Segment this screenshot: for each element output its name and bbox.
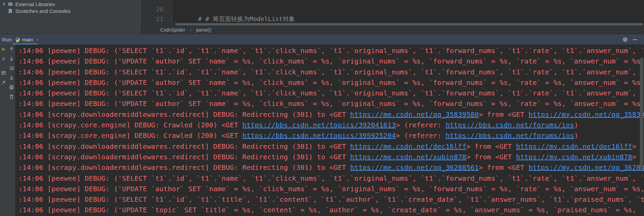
- console-line: :14:06 [scrapy.downloadermiddlewares.red…: [18, 152, 644, 162]
- console-line: :14:06 [peewee] DEBUG: ('UPDATE `author`…: [18, 56, 644, 67]
- run-label: Run:: [2, 34, 13, 45]
- scroll-to-end-button[interactable]: [9, 75, 14, 80]
- settings-gear-button[interactable]: [622, 37, 628, 42]
- console-line: :14:06 [scrapy.core.engine] DEBUG: Crawl…: [18, 130, 644, 141]
- breadcrumb: CsdnSpider › parse(): [141, 26, 644, 34]
- console-line: :14:06 [scrapy.core.engine] DEBUG: Crawl…: [18, 120, 644, 130]
- close-icon[interactable]: ×: [36, 37, 39, 42]
- console-link[interactable]: https://my.csdn.net/dec16lff: [516, 142, 632, 150]
- breadcrumb-method[interactable]: parse(): [196, 27, 211, 33]
- breadcrumb-file[interactable]: CsdnSpider: [160, 27, 185, 33]
- console-link[interactable]: https://me.csdn.net/xubin878: [350, 153, 466, 161]
- code-editor[interactable]: 20 # # 将页面转换为ModelList对象 21 # sel = Sele…: [141, 0, 644, 26]
- console-link[interactable]: https://my.csdn.net/qq_36288561: [529, 163, 644, 172]
- console-line: :14:06 [peewee] DEBUG: ('SELECT `t1`.`id…: [18, 67, 644, 77]
- console-link[interactable]: https://my.csdn.net/xubin878: [516, 153, 632, 161]
- run-console-output[interactable]: :14:06 [peewee] DEBUG: ('SELECT `t1`.`id…: [16, 44, 644, 216]
- console-line: :14:06 [scrapy.downloadermiddlewares.red…: [18, 162, 644, 173]
- tree-item-label: Scratches and Consoles: [15, 8, 71, 14]
- console-link[interactable]: https://me.csdn.net/qq_35839580: [350, 110, 479, 119]
- clear-console-trash-button[interactable]: [9, 94, 14, 100]
- breadcrumb-separator-icon: ›: [190, 27, 192, 33]
- console-link[interactable]: https://me.csdn.net/dec16lff: [350, 142, 466, 150]
- console-line: :14:06 [peewee] DEBUG: ('SELECT `t1`.`id…: [18, 194, 644, 205]
- run-toolbar: [0, 44, 15, 216]
- tree-item-label: External Libraries: [15, 1, 55, 7]
- hide-tool-window-button[interactable]: [633, 39, 637, 40]
- print-button[interactable]: [9, 85, 14, 90]
- rerun-play-button[interactable]: [1, 47, 6, 52]
- console-link[interactable]: https://me.csdn.net/qq_36288561: [350, 163, 479, 172]
- console-line: :14:06 [peewee] DEBUG: ('UPDATE `author`…: [18, 184, 644, 194]
- project-panel: External Libraries Scratches and Console…: [0, 0, 141, 34]
- console-line: :14:06 [scrapy.downloadermiddlewares.red…: [18, 109, 644, 120]
- console-line: :14:06 [peewee] DEBUG: ('SELECT `t1`.`id…: [18, 173, 644, 184]
- tree-item-external-libraries[interactable]: External Libraries: [3, 1, 55, 7]
- soft-wrap-button[interactable]: [9, 66, 14, 71]
- toolbar-separator: [1, 66, 6, 66]
- console-line: :14:06 [peewee] DEBUG: ('UPDATE `topic` …: [18, 205, 644, 215]
- restore-layout-button[interactable]: [1, 70, 6, 75]
- run-tool-window-header: Run: main ×: [0, 34, 644, 44]
- console-line: :14:06 [peewee] DEBUG: ('SELECT `t1`.`id…: [18, 88, 644, 98]
- console-link[interactable]: https://bbs.csdn.net/topics/392041613: [242, 121, 396, 129]
- chevron-right-icon[interactable]: [3, 2, 5, 6]
- external-libraries-icon: [7, 1, 13, 7]
- pin-button[interactable]: [1, 79, 6, 85]
- console-link[interactable]: https://bbs.csdn.net/topics/395925204: [242, 131, 396, 140]
- console-line: :14:06 [peewee] DEBUG: ('UPDATE `author`…: [18, 98, 644, 109]
- run-tab-title: main: [22, 37, 33, 42]
- console-line: :14:06 [peewee] DEBUG: ('UPDATE `author`…: [18, 77, 644, 88]
- scratches-icon: [7, 8, 13, 14]
- tree-item-scratches[interactable]: Scratches and Consoles: [7, 7, 71, 14]
- stop-button[interactable]: [1, 56, 6, 61]
- console-link[interactable]: https://my.csdn.net/qq_35839580: [529, 110, 644, 119]
- console-vertical-scrollbar[interactable]: [640, 58, 643, 170]
- editor-horizontal-scrollbar[interactable]: [175, 23, 643, 25]
- console-link[interactable]: https://bbs.csdn.net/forums/ios: [446, 121, 574, 129]
- python-icon: [15, 37, 20, 42]
- down-stack-trace-button[interactable]: [9, 56, 14, 61]
- console-line: :14:06 [peewee] DEBUG: ('SELECT `t1`.`id…: [18, 46, 644, 56]
- console-link[interactable]: https://bbs.csdn.net/forums/ios: [446, 131, 574, 140]
- console-line: :14:06 [scrapy.downloadermiddlewares.red…: [18, 141, 644, 152]
- up-stack-trace-button[interactable]: [9, 47, 14, 52]
